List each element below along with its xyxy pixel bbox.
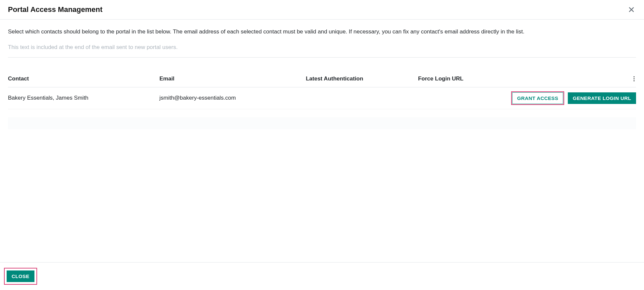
cell-email[interactable]: jsmith@bakery-essentials.com [157,87,303,109]
cell-latest-auth [303,87,415,109]
svg-point-2 [633,80,634,81]
portal-access-modal: Portal Access Management Select which co… [0,0,644,290]
svg-point-1 [633,78,634,79]
table-footer-spacer [8,117,636,129]
grant-access-button[interactable]: Grant Access [512,92,563,104]
cell-contact[interactable]: Bakery Essentials, James Smith [8,87,157,109]
modal-description: Select which contacts should belong to t… [8,27,636,36]
contacts-table: Contact Email Latest Authentication Forc… [8,71,636,109]
table-options-icon[interactable] [632,75,636,83]
table-header-row: Contact Email Latest Authentication Forc… [8,71,636,87]
contacts-table-wrapper: Contact Email Latest Authentication Forc… [8,71,636,129]
grant-access-highlight: Grant Access [511,91,564,105]
cell-actions: Grant Access Generate Login URL [415,87,636,109]
close-icon[interactable] [627,6,636,14]
modal-footer: Close [0,262,644,290]
close-button[interactable]: Close [7,270,34,282]
col-force-login: Force Login URL [415,71,626,87]
svg-point-0 [633,76,634,77]
modal-body: Select which contacts should belong to t… [0,20,644,262]
col-latest-auth: Latest Authentication [303,71,415,87]
modal-header: Portal Access Management [0,0,644,20]
email-footer-text-input[interactable] [8,43,636,58]
generate-login-url-button[interactable]: Generate Login URL [568,92,636,104]
col-email: Email [157,71,303,87]
modal-title: Portal Access Management [8,5,102,14]
table-row: Bakery Essentials, James Smith jsmith@ba… [8,87,636,109]
col-contact: Contact [8,71,157,87]
close-button-highlight: Close [4,268,37,285]
